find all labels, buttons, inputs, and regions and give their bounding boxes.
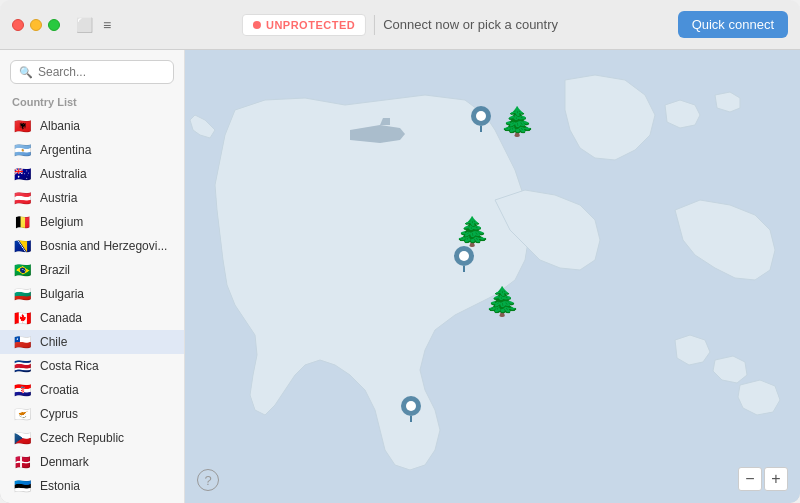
flag-icon: 🇩🇰 bbox=[12, 455, 32, 469]
country-list-label: Country List bbox=[0, 92, 184, 114]
country-name: Denmark bbox=[40, 455, 89, 469]
country-item[interactable]: 🇨🇿Czech Republic bbox=[0, 426, 184, 450]
flag-icon: 🇧🇪 bbox=[12, 215, 32, 229]
titlebar-center: UNPROTECTED Connect now or pick a countr… bbox=[242, 14, 558, 36]
country-name: Belgium bbox=[40, 215, 83, 229]
country-item[interactable]: 🇪🇪Estonia bbox=[0, 474, 184, 498]
country-item[interactable]: 🇦🇱Albania bbox=[0, 114, 184, 138]
country-item[interactable]: 🇧🇷Brazil bbox=[0, 258, 184, 282]
flag-icon: 🇨🇷 bbox=[12, 359, 32, 373]
flag-icon: 🇧🇬 bbox=[12, 287, 32, 301]
country-item[interactable]: 🇨🇾Cyprus bbox=[0, 402, 184, 426]
country-list: 🇦🇱Albania🇦🇷Argentina🇦🇺Australia🇦🇹Austria… bbox=[0, 114, 184, 503]
tree-icon-1: 🌲 bbox=[500, 105, 535, 138]
country-item[interactable]: 🇫🇮Finland bbox=[0, 498, 184, 503]
main-content: 🔍 Country List 🇦🇱Albania🇦🇷Argentina🇦🇺Aus… bbox=[0, 50, 800, 503]
country-item[interactable]: 🇧🇦Bosnia and Herzegovi... bbox=[0, 234, 184, 258]
country-name: Albania bbox=[40, 119, 80, 133]
search-container: 🔍 bbox=[0, 50, 184, 92]
help-icon: ? bbox=[204, 473, 211, 488]
zoom-out-button[interactable]: − bbox=[738, 467, 762, 491]
zoom-in-button[interactable]: + bbox=[764, 467, 788, 491]
flag-icon: 🇦🇱 bbox=[12, 119, 32, 133]
tree-icon-2: 🌲 bbox=[455, 215, 490, 248]
tree-icon-3: 🌲 bbox=[485, 285, 520, 318]
search-box: 🔍 bbox=[10, 60, 174, 84]
flag-icon: 🇧🇷 bbox=[12, 263, 32, 277]
country-item[interactable]: 🇨🇦Canada bbox=[0, 306, 184, 330]
country-item[interactable]: 🇦🇹Austria bbox=[0, 186, 184, 210]
country-name: Australia bbox=[40, 167, 87, 181]
traffic-lights bbox=[12, 19, 60, 31]
country-name: Estonia bbox=[40, 479, 80, 493]
svg-point-2 bbox=[476, 111, 486, 121]
country-item[interactable]: 🇦🇺Australia bbox=[0, 162, 184, 186]
sidebar-toggle-icon[interactable]: ⬜ bbox=[76, 17, 93, 33]
flag-icon: 🇨🇾 bbox=[12, 407, 32, 421]
menu-icon[interactable]: ≡ bbox=[103, 17, 111, 33]
maximize-button[interactable] bbox=[48, 19, 60, 31]
country-name: Bulgaria bbox=[40, 287, 84, 301]
country-item[interactable]: 🇦🇷Argentina bbox=[0, 138, 184, 162]
flag-icon: 🇪🇪 bbox=[12, 479, 32, 493]
country-name: Chile bbox=[40, 335, 67, 349]
flag-icon: 🇨🇿 bbox=[12, 431, 32, 445]
country-name: Croatia bbox=[40, 383, 79, 397]
status-dot-icon bbox=[253, 21, 261, 29]
country-name: Czech Republic bbox=[40, 431, 124, 445]
titlebar-icons: ⬜ ≡ bbox=[76, 17, 111, 33]
map-svg bbox=[185, 50, 800, 503]
country-name: Brazil bbox=[40, 263, 70, 277]
flag-icon: 🇦🇺 bbox=[12, 167, 32, 181]
country-name: Bosnia and Herzegovi... bbox=[40, 239, 167, 253]
country-item[interactable]: 🇧🇪Belgium bbox=[0, 210, 184, 234]
map-pin-3 bbox=[400, 395, 422, 427]
flag-icon: 🇦🇷 bbox=[12, 143, 32, 157]
country-item[interactable]: 🇭🇷Croatia bbox=[0, 378, 184, 402]
country-name: Canada bbox=[40, 311, 82, 325]
search-input[interactable] bbox=[38, 65, 165, 79]
close-button[interactable] bbox=[12, 19, 24, 31]
help-button[interactable]: ? bbox=[197, 469, 219, 491]
flag-icon: 🇧🇦 bbox=[12, 239, 32, 253]
search-icon: 🔍 bbox=[19, 66, 33, 79]
sidebar: 🔍 Country List 🇦🇱Albania🇦🇷Argentina🇦🇺Aus… bbox=[0, 50, 185, 503]
country-name: Argentina bbox=[40, 143, 91, 157]
flag-icon: 🇭🇷 bbox=[12, 383, 32, 397]
country-name: Austria bbox=[40, 191, 77, 205]
flag-icon: 🇨🇦 bbox=[12, 311, 32, 325]
country-item[interactable]: 🇨🇱Chile bbox=[0, 330, 184, 354]
country-name: Cyprus bbox=[40, 407, 78, 421]
status-badge: UNPROTECTED bbox=[242, 14, 366, 36]
minimize-button[interactable] bbox=[30, 19, 42, 31]
country-name: Costa Rica bbox=[40, 359, 99, 373]
country-item[interactable]: 🇨🇷Costa Rica bbox=[0, 354, 184, 378]
titlebar: ⬜ ≡ UNPROTECTED Connect now or pick a co… bbox=[0, 0, 800, 50]
zoom-controls: − + bbox=[738, 467, 788, 491]
status-text: UNPROTECTED bbox=[266, 19, 355, 31]
country-item[interactable]: 🇧🇬Bulgaria bbox=[0, 282, 184, 306]
quick-connect-button[interactable]: Quick connect bbox=[678, 11, 788, 38]
svg-point-6 bbox=[406, 401, 416, 411]
flag-icon: 🇨🇱 bbox=[12, 335, 32, 349]
flag-icon: 🇦🇹 bbox=[12, 191, 32, 205]
app-window: ⬜ ≡ UNPROTECTED Connect now or pick a co… bbox=[0, 0, 800, 503]
titlebar-divider bbox=[374, 15, 375, 35]
connect-message: Connect now or pick a country bbox=[383, 17, 558, 32]
map-pin-2 bbox=[453, 245, 475, 277]
map-area: 🌲 🌲 🌲 ? − + bbox=[185, 50, 800, 503]
country-item[interactable]: 🇩🇰Denmark bbox=[0, 450, 184, 474]
map-pin-1 bbox=[470, 105, 492, 137]
svg-point-4 bbox=[459, 251, 469, 261]
